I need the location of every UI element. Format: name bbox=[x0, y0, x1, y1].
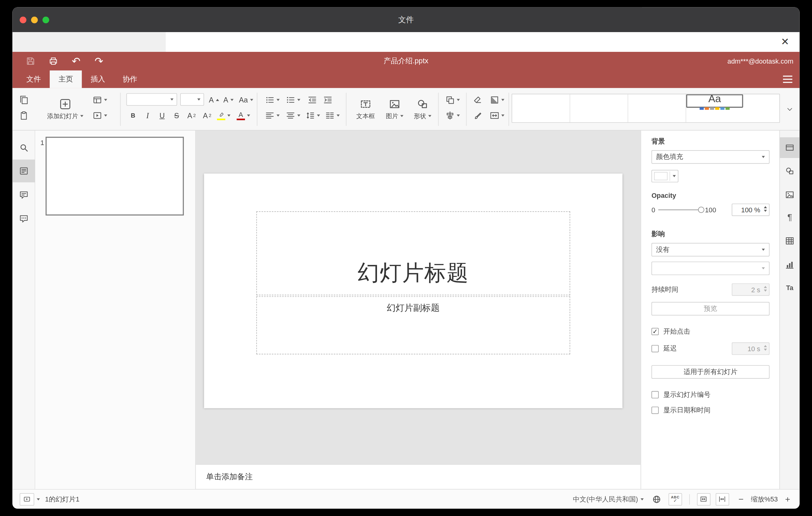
spellcheck-icon[interactable]: ABC✓ bbox=[669, 493, 682, 505]
numbering-icon[interactable] bbox=[284, 93, 302, 107]
fill-color-select[interactable] bbox=[651, 170, 678, 182]
mac-zoom-button[interactable] bbox=[42, 16, 49, 23]
show-slide-number-checkbox[interactable] bbox=[651, 391, 659, 398]
print-icon[interactable] bbox=[48, 56, 59, 67]
decrease-indent-icon[interactable] bbox=[306, 93, 319, 107]
tab-file[interactable]: 文件 bbox=[18, 70, 50, 88]
theme-slot[interactable] bbox=[628, 94, 686, 122]
redo-icon[interactable]: ↷ bbox=[93, 56, 105, 67]
highlight-color-button[interactable] bbox=[214, 109, 233, 122]
bold-button[interactable]: B bbox=[126, 109, 140, 122]
slide-settings-icon[interactable] bbox=[780, 137, 800, 158]
start-slideshow-status-button[interactable] bbox=[20, 493, 40, 505]
tab-collaboration[interactable]: 协作 bbox=[114, 70, 146, 88]
shape-settings-icon[interactable] bbox=[780, 161, 800, 181]
font-name-select[interactable] bbox=[126, 93, 177, 106]
mac-minimize-button[interactable] bbox=[31, 16, 38, 23]
zoom-in-icon[interactable]: + bbox=[783, 494, 792, 505]
subscript-button[interactable]: A2 bbox=[200, 109, 214, 122]
slide-size-icon[interactable] bbox=[487, 109, 508, 122]
slide[interactable]: 幻灯片标题 幻灯片副标题 bbox=[204, 173, 622, 408]
start-on-click-checkbox[interactable] bbox=[651, 328, 659, 336]
gallery-expand-icon[interactable] bbox=[784, 103, 795, 116]
mac-close-button[interactable] bbox=[20, 16, 27, 23]
textart-settings-icon[interactable]: Ta bbox=[780, 277, 800, 298]
font-size-select[interactable] bbox=[180, 93, 204, 106]
italic-button[interactable]: I bbox=[141, 109, 154, 122]
slide-thumbnail[interactable] bbox=[46, 137, 184, 216]
status-bar: 1的幻灯片1 中文(中华人民共和国) ABC✓ − 缩放%53 + bbox=[12, 489, 799, 509]
insert-textbox-button[interactable]: 文本框 bbox=[352, 91, 379, 128]
table-settings-icon[interactable] bbox=[780, 231, 800, 251]
menu-icon[interactable] bbox=[783, 70, 792, 88]
opacity-slider-knob[interactable] bbox=[698, 207, 704, 213]
effect-variant-select[interactable] bbox=[651, 262, 770, 275]
start-slideshow-icon[interactable] bbox=[90, 109, 110, 122]
language-select[interactable]: 中文(中华人民共和国) bbox=[573, 494, 643, 504]
clear-style-icon[interactable] bbox=[470, 93, 485, 107]
slides-panel-icon[interactable] bbox=[12, 160, 35, 182]
search-icon[interactable] bbox=[12, 136, 35, 159]
slide-canvas[interactable]: 幻灯片标题 幻灯片副标题 bbox=[196, 131, 640, 464]
copy-style-icon[interactable] bbox=[470, 109, 485, 122]
shading-icon[interactable] bbox=[487, 93, 508, 107]
vertical-align-icon[interactable] bbox=[284, 109, 302, 122]
bullets-icon[interactable] bbox=[263, 93, 282, 107]
slide-subtitle-placeholder[interactable]: 幻灯片副标题 bbox=[256, 296, 570, 354]
app-header: ↶ ↷ 产品介绍.pptx adm***@dootask.com 文件 主页 插… bbox=[12, 52, 799, 88]
tab-insert[interactable]: 插入 bbox=[82, 70, 114, 88]
image-settings-icon[interactable] bbox=[780, 184, 800, 205]
paste-icon[interactable] bbox=[17, 109, 31, 122]
close-icon[interactable]: ✕ bbox=[778, 34, 792, 49]
underline-button[interactable]: U bbox=[155, 109, 169, 122]
horizontal-align-icon[interactable] bbox=[263, 109, 282, 122]
theme-slot-selected[interactable]: Aa bbox=[686, 94, 743, 108]
align-shapes-icon[interactable] bbox=[442, 109, 463, 122]
fill-type-select[interactable]: 颜色填充 bbox=[651, 150, 770, 164]
delay-input[interactable]: 10 s bbox=[732, 343, 770, 355]
copy-icon[interactable] bbox=[17, 93, 31, 107]
document-language-icon[interactable] bbox=[652, 494, 661, 504]
strikeout-button[interactable]: S bbox=[170, 109, 183, 122]
chart-settings-icon[interactable] bbox=[780, 254, 800, 275]
opacity-input[interactable]: 100 % bbox=[732, 204, 770, 216]
line-spacing-icon[interactable] bbox=[303, 109, 322, 122]
grow-font-button[interactable]: A bbox=[207, 93, 221, 107]
preview-button[interactable]: 预览 bbox=[651, 302, 770, 316]
increase-indent-icon[interactable] bbox=[321, 93, 335, 107]
save-icon[interactable] bbox=[25, 56, 36, 67]
delay-checkbox[interactable] bbox=[651, 345, 659, 352]
change-case-button[interactable]: Aa bbox=[236, 93, 256, 107]
user-email: adm***@dootask.com bbox=[727, 57, 793, 65]
arrange-shapes-icon[interactable] bbox=[442, 93, 463, 107]
opacity-max: 100 bbox=[705, 206, 716, 213]
add-slide-button[interactable]: 添加幻灯片 bbox=[45, 91, 86, 128]
background-label: 背景 bbox=[651, 137, 770, 146]
effect-select[interactable]: 没有 bbox=[651, 243, 770, 256]
slide-title-placeholder[interactable]: 幻灯片标题 bbox=[256, 211, 570, 295]
fit-slide-icon[interactable] bbox=[697, 493, 710, 505]
theme-slot[interactable] bbox=[512, 94, 570, 122]
chat-icon[interactable] bbox=[12, 207, 35, 230]
columns-icon[interactable] bbox=[323, 109, 342, 122]
shrink-font-button[interactable]: A bbox=[222, 93, 235, 107]
font-color-button[interactable]: A bbox=[234, 109, 253, 122]
show-date-time-checkbox[interactable] bbox=[651, 407, 659, 414]
zoom-out-icon[interactable]: − bbox=[736, 494, 746, 505]
insert-shape-button[interactable]: 形状 bbox=[409, 91, 436, 128]
notes-area[interactable]: 单击添加备注 bbox=[196, 464, 640, 489]
insert-image-button[interactable]: 图片 bbox=[381, 91, 408, 128]
superscript-button[interactable]: A2 bbox=[184, 109, 199, 122]
slide-layout-icon[interactable] bbox=[90, 93, 110, 107]
fit-width-icon[interactable] bbox=[716, 493, 729, 505]
highlight-color-indicator bbox=[217, 118, 225, 120]
duration-input[interactable]: 2 s bbox=[732, 283, 770, 296]
theme-slot[interactable] bbox=[570, 94, 628, 122]
undo-icon[interactable]: ↶ bbox=[70, 56, 82, 67]
paragraph-settings-icon[interactable]: ¶ bbox=[780, 207, 800, 228]
comments-icon[interactable] bbox=[12, 183, 35, 206]
opacity-slider[interactable] bbox=[658, 206, 703, 213]
fill-color-swatch bbox=[654, 172, 668, 180]
tab-home[interactable]: 主页 bbox=[50, 70, 82, 88]
apply-to-all-button[interactable]: 适用于所有幻灯片 bbox=[651, 365, 770, 379]
